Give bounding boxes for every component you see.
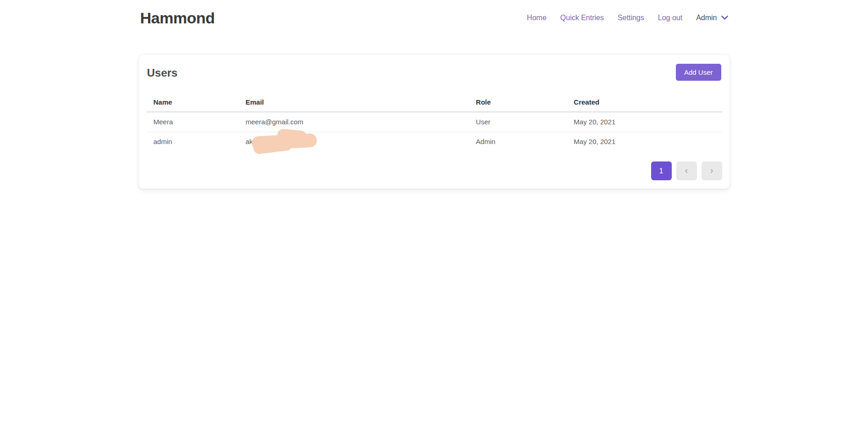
cell-role: User (469, 112, 567, 132)
nav-link-logout[interactable]: Log out (658, 14, 682, 22)
chevron-right-icon: › (710, 165, 713, 176)
nav-link-settings[interactable]: Settings (618, 14, 644, 22)
column-header-role: Role (469, 94, 567, 112)
admin-dropdown[interactable]: Admin (696, 14, 728, 22)
pagination-prev-button[interactable]: ‹ (676, 161, 697, 180)
nav-link-quick-entries[interactable]: Quick Entries (560, 14, 604, 22)
column-header-name: Name (146, 94, 238, 112)
cell-name: admin (146, 132, 238, 151)
nav-link-home[interactable]: Home (527, 14, 547, 22)
cell-email: meera@gmail.com (238, 112, 468, 132)
users-card: Users Add User Name Email Role Created M… (138, 54, 730, 189)
page-container: Hammond Home Quick Entries Settings Log … (138, 0, 730, 189)
table-row: Meera meera@gmail.com User May 20, 2021 (146, 112, 722, 132)
page-title: Users (147, 67, 178, 79)
users-table: Name Email Role Created Meera meera@gmai… (146, 94, 722, 151)
column-header-created: Created (566, 94, 722, 112)
cell-name: Meera (146, 112, 238, 132)
pagination-next-button[interactable]: › (702, 161, 722, 180)
admin-dropdown-label: Admin (696, 14, 717, 22)
pagination: 1 ‹ › (146, 161, 722, 180)
pagination-page-1-button[interactable]: 1 (651, 161, 672, 180)
main-nav: Home Quick Entries Settings Log out Admi… (527, 14, 728, 22)
table-header-row: Name Email Role Created (146, 94, 722, 112)
cell-created: May 20, 2021 (566, 112, 722, 132)
brand-logo[interactable]: Hammond (140, 9, 215, 27)
cell-created: May 20, 2021 (566, 132, 722, 151)
chevron-left-icon: ‹ (685, 165, 688, 176)
chevron-down-icon (721, 16, 728, 20)
table-row: admin akh Admin May 20, 2021 (146, 132, 722, 151)
cell-email-redacted: akh (238, 132, 468, 151)
top-navbar: Hammond Home Quick Entries Settings Log … (138, 0, 730, 28)
cell-role: Admin (469, 132, 567, 151)
users-card-header: Users Add User (146, 63, 722, 81)
column-header-email: Email (238, 94, 468, 112)
add-user-button[interactable]: Add User (676, 64, 721, 81)
